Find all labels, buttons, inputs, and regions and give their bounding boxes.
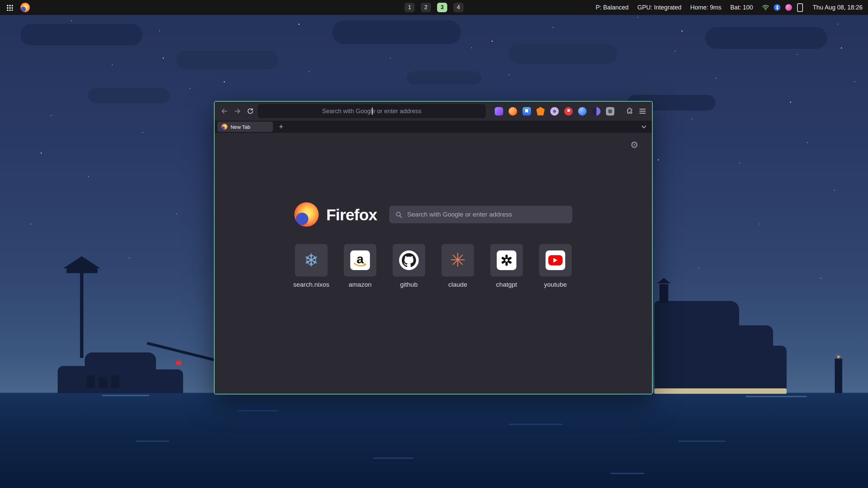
apps-grid-icon	[6, 4, 13, 11]
extension-badge	[522, 107, 531, 116]
lighthouse-light	[837, 356, 840, 358]
firefox-logo	[294, 202, 319, 227]
new-tab-button[interactable]: +	[276, 122, 286, 131]
shortcut-label: search.nixos	[293, 281, 330, 288]
amazon-smile-icon	[354, 262, 367, 267]
back-arrow-icon	[221, 108, 228, 115]
chatgpt-tile	[490, 244, 523, 277]
workspace-button-1[interactable]: 1	[405, 3, 415, 12]
color-profile-icon[interactable]	[785, 4, 792, 11]
tab-new-tab[interactable]: New Tab	[217, 122, 273, 132]
bluetooth-icon[interactable]	[773, 4, 781, 11]
topbar-left	[0, 1, 31, 14]
extensions-row	[494, 106, 615, 116]
forward-arrow-icon	[234, 108, 241, 115]
tab-title: New Tab	[231, 124, 250, 130]
github-tile	[393, 244, 425, 277]
firefox-icon	[20, 3, 30, 12]
amazon-tile: a	[344, 244, 376, 277]
hut	[111, 375, 119, 388]
shortcut-label: claude	[448, 281, 467, 288]
wifi-icon[interactable]	[762, 4, 769, 11]
youtube-play-badge	[548, 255, 563, 265]
clock: Thu Aug 08, 18:26	[813, 4, 863, 11]
shortcut-chatgpt[interactable]: chatgpt	[490, 244, 523, 288]
extension-icon[interactable]	[508, 106, 518, 116]
navigation-toolbar	[215, 102, 652, 121]
back-button[interactable]	[218, 105, 231, 118]
reload-button[interactable]	[244, 105, 257, 118]
cloud	[88, 88, 170, 103]
extension-icon[interactable]	[591, 106, 601, 116]
top-status-bar: 1 2 3 4 P: Balanced GPU: Integrated Home…	[0, 0, 868, 15]
island-left	[136, 369, 183, 393]
extension-icon[interactable]	[563, 106, 573, 116]
tab-bar: New Tab +	[215, 121, 652, 133]
octocat-icon	[402, 253, 416, 267]
firefox-launcher-button[interactable]	[19, 1, 31, 14]
menu-button[interactable]	[636, 105, 649, 118]
extension-icon[interactable]	[605, 106, 615, 116]
claude-tile: ✳	[441, 244, 474, 277]
github-icon	[399, 250, 419, 270]
cliff-tower	[659, 284, 668, 303]
ripple	[678, 441, 726, 442]
extension-badge	[606, 107, 614, 116]
extension-icon[interactable]	[535, 106, 546, 116]
nixos-tile: ❄	[295, 244, 328, 277]
newtab-hero: Firefox	[215, 202, 652, 227]
extension-icon[interactable]	[521, 106, 532, 116]
youtube-tile	[539, 244, 572, 277]
phone-icon[interactable]	[796, 4, 804, 11]
extension-icon[interactable]	[494, 106, 504, 116]
reload-icon	[247, 108, 254, 115]
gpu-status: GPU: Integrated	[637, 4, 682, 11]
shortcuts-row: ❄ search.nixos a amazon	[215, 244, 652, 288]
firefox-favicon	[221, 124, 228, 130]
app-launcher-button[interactable]	[5, 3, 14, 12]
personalize-gear-button[interactable]: ⚙	[628, 140, 640, 150]
shortcut-label: github	[400, 281, 418, 288]
nixos-snowflake-icon: ❄	[304, 251, 319, 269]
workspace-button-2[interactable]: 2	[421, 3, 431, 12]
extension-icon[interactable]	[549, 106, 559, 116]
shortcut-amazon[interactable]: a amazon	[344, 244, 376, 288]
openai-knot-icon	[500, 253, 513, 267]
chatgpt-icon	[497, 250, 516, 270]
power-profile-status: P: Balanced	[596, 4, 629, 11]
url-bar[interactable]	[258, 104, 486, 118]
phone-outline	[797, 3, 803, 12]
chevron-down-icon	[642, 125, 646, 128]
island-right	[756, 346, 787, 393]
cloud	[509, 44, 617, 64]
forward-button[interactable]	[231, 105, 244, 118]
cliff-tower-roof	[657, 278, 671, 283]
shortcut-github[interactable]: github	[393, 244, 425, 288]
ripple	[136, 441, 170, 442]
hamburger-icon	[639, 111, 646, 111]
workspace-button-4[interactable]: 4	[453, 3, 463, 12]
ripple	[237, 410, 278, 411]
bluetooth-badge	[774, 4, 781, 11]
search-icon	[395, 211, 402, 218]
extension-badge	[550, 107, 559, 116]
beach	[654, 388, 787, 394]
tab-list-chevron-button[interactable]	[639, 122, 649, 131]
newtab-search[interactable]	[389, 206, 572, 223]
home-latency-status: Home: 9ms	[690, 4, 722, 11]
watchtower-roof	[63, 256, 100, 268]
newtab-search-input[interactable]	[407, 210, 566, 219]
topbar-right: P: Balanced GPU: Integrated Home: 9ms Ba…	[596, 4, 868, 11]
ripple	[746, 396, 807, 397]
hut	[87, 375, 95, 388]
shortcut-claude[interactable]: ✳ claude	[441, 244, 474, 288]
shortcut-search-nixos[interactable]: ❄ search.nixos	[295, 244, 328, 288]
shortcut-label: amazon	[349, 281, 372, 288]
workspace-button-3-active[interactable]: 3	[437, 3, 447, 12]
extension-badge	[509, 107, 517, 116]
ripple	[373, 458, 414, 459]
shortcut-youtube[interactable]: youtube	[539, 244, 572, 288]
tray-icons	[762, 4, 804, 11]
extensions-puzzle-button[interactable]	[623, 105, 636, 118]
extension-icon[interactable]	[577, 106, 587, 116]
